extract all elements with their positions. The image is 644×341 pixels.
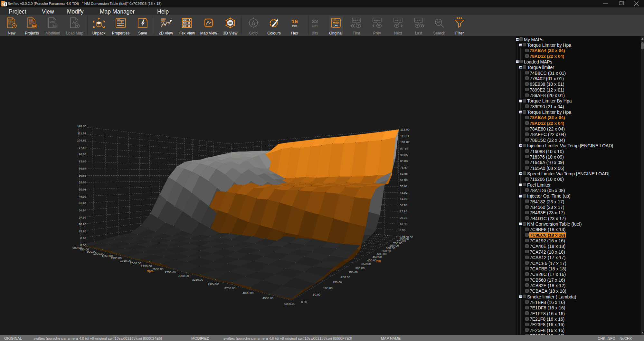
svg-text:NEXT: NEXT: [395, 19, 401, 22]
svg-text:104.82: 104.82: [400, 140, 410, 144]
svg-text:69.88: 69.88: [400, 172, 408, 175]
svg-text:450.00: 450.00: [373, 255, 382, 258]
svg-text:EB: EB: [183, 18, 186, 21]
svg-text:PREV: PREV: [374, 19, 380, 22]
svg-text:118.80: 118.80: [400, 128, 409, 131]
svg-text:3000.00: 3000.00: [178, 274, 189, 278]
svg-text:Hex: Hex: [292, 24, 298, 27]
svg-text:FIRST: FIRST: [353, 19, 360, 22]
svg-text:00: 00: [188, 22, 190, 24]
svg-text:104.82: 104.82: [77, 139, 86, 142]
svg-text:13.98: 13.98: [79, 229, 86, 233]
svg-text:111.81: 111.81: [400, 134, 409, 138]
svg-text:97.84: 97.84: [79, 146, 86, 149]
svg-text:nm: nm: [376, 259, 381, 263]
svg-text:3500.00: 3500.00: [208, 282, 219, 285]
svg-text:20.96: 20.96: [79, 222, 86, 226]
svg-text:2250.00: 2250.00: [141, 264, 152, 268]
svg-text:3D: 3D: [228, 21, 232, 24]
svg-text:250.00: 250.00: [348, 270, 358, 274]
svg-text:6.99: 6.99: [80, 236, 87, 240]
svg-text:300.00: 300.00: [355, 266, 365, 270]
svg-text:41.93: 41.93: [400, 197, 407, 200]
svg-text:76.87: 76.87: [79, 167, 86, 170]
svg-text:3250.00: 3250.00: [192, 278, 203, 281]
svg-text:T: T: [4, 2, 7, 6]
svg-text:34.94: 34.94: [79, 209, 86, 212]
svg-text:41.93: 41.93: [79, 201, 86, 205]
svg-text:55.91: 55.91: [79, 188, 86, 191]
svg-text:83.86: 83.86: [400, 159, 408, 163]
svg-text:1: 1: [161, 22, 162, 24]
svg-text:13.98: 13.98: [400, 222, 407, 226]
svg-text:111.81: 111.81: [77, 132, 86, 135]
svg-text:1100.00: 1100.00: [402, 235, 413, 239]
svg-text:4500.00: 4500.00: [262, 296, 273, 300]
svg-text:6.99: 6.99: [400, 228, 406, 232]
svg-text:3750.00: 3750.00: [224, 286, 235, 290]
svg-text:F6: F6: [188, 18, 191, 21]
svg-text:50.00: 50.00: [313, 293, 321, 296]
svg-text:2500.00: 2500.00: [152, 267, 163, 271]
svg-text:001: 001: [29, 23, 32, 25]
svg-text:0.00: 0.00: [301, 300, 307, 304]
svg-text:80: 80: [183, 24, 186, 27]
svg-text:MOD: MOD: [50, 21, 55, 23]
svg-text:100.00: 100.00: [323, 286, 333, 290]
svg-text:62.89: 62.89: [79, 180, 86, 184]
svg-text:97.84: 97.84: [400, 147, 408, 150]
svg-text:00: 00: [188, 24, 190, 27]
svg-text:20.96: 20.96: [400, 216, 407, 219]
svg-text:48.92: 48.92: [400, 191, 408, 194]
svg-text:62.89: 62.89: [400, 178, 408, 182]
svg-text:90.85: 90.85: [400, 153, 408, 157]
svg-text:LoHi: LoHi: [312, 24, 318, 27]
svg-text:48.92: 48.92: [79, 195, 86, 198]
svg-text:27.95: 27.95: [79, 216, 86, 219]
svg-text:90.85: 90.85: [79, 152, 86, 156]
svg-text:400.00: 400.00: [367, 258, 376, 262]
svg-text:5000.00: 5000.00: [284, 302, 295, 306]
svg-text:ORI: ORI: [334, 24, 338, 27]
svg-text:118.80: 118.80: [77, 124, 86, 128]
svg-text:52: 52: [183, 22, 186, 24]
svg-text:1750.00: 1750.00: [120, 259, 131, 262]
svg-text:27.95: 27.95: [400, 209, 407, 213]
svg-text:200.00: 200.00: [341, 275, 350, 279]
svg-text:2750.00: 2750.00: [165, 270, 175, 274]
svg-text:Rpm: Rpm: [147, 269, 153, 273]
svg-text:001: 001: [8, 23, 11, 25]
svg-text:LAST: LAST: [415, 19, 422, 22]
svg-text:4000.00: 4000.00: [242, 291, 253, 295]
svg-text:150.00: 150.00: [333, 280, 342, 284]
svg-text:55.91: 55.91: [400, 184, 408, 188]
svg-text:83.86: 83.86: [79, 160, 86, 163]
svg-text:76.87: 76.87: [400, 166, 408, 169]
svg-text:69.88: 69.88: [79, 174, 86, 177]
svg-text:34.94: 34.94: [400, 203, 407, 207]
svg-text:350.00: 350.00: [362, 262, 371, 266]
svg-text:MOD: MOD: [333, 21, 339, 24]
svg-text:2000.00: 2000.00: [130, 261, 141, 265]
